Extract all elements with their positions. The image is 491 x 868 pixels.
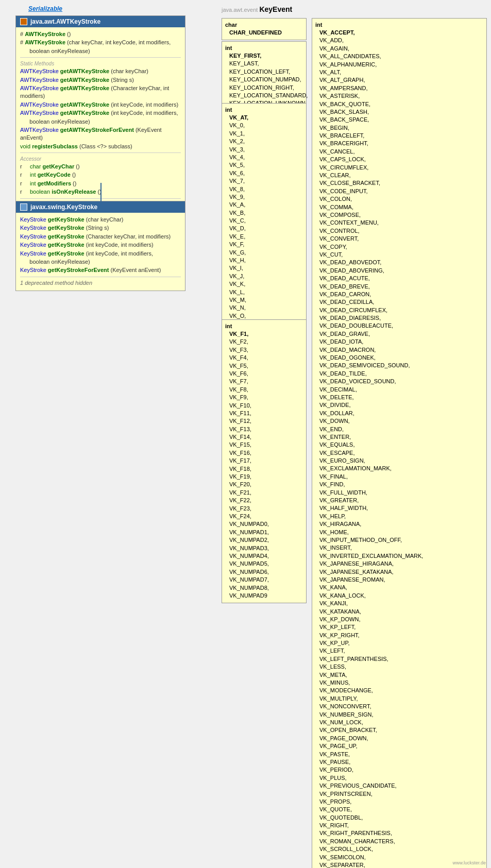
- vk-o: VK_O,: [225, 312, 303, 320]
- vk-right: VK_RIGHT,: [315, 822, 483, 829]
- vk-back-quote: VK_BACK_QUOTE,: [315, 100, 483, 108]
- vk-f1: VK_F1,: [225, 330, 303, 338]
- vk-caps-lock: VK_CAPS_LOCK,: [315, 156, 483, 163]
- vk-page-up: VK_PAGE_UP,: [315, 742, 483, 750]
- vk-compose: VK_COMPOSE,: [315, 211, 483, 219]
- vk-f17: VK_F17,: [225, 457, 303, 465]
- vk-f18: VK_F18,: [225, 465, 303, 473]
- vk-props: VK_PROPS,: [315, 798, 483, 806]
- vk-dead-breve: VK_DEAD_BREVE,: [315, 283, 483, 291]
- sm-1: AWTKeyStroke getAWTKeyStroke (char keyCh…: [20, 67, 181, 75]
- vk-asterisk: VK_ASTERISK,: [315, 92, 483, 100]
- vk-multiply: VK_MULTIPLY,: [315, 695, 483, 703]
- vk-meta: VK_META,: [315, 671, 483, 679]
- keystroke-class-icon: [20, 203, 27, 211]
- vk-down: VK_DOWN,: [315, 417, 483, 425]
- vk-e: VK_E,: [225, 233, 303, 241]
- vk-quotedbl: VK_QUOTEDBL,: [315, 814, 483, 822]
- divider-1: [20, 57, 181, 58]
- keystroke-box: javax.swing.KeyStroke KeyStroke getKeySt…: [15, 201, 185, 291]
- vk-again: VK_AGAIN,: [315, 45, 483, 53]
- ks-6: KeyStroke getKeyStrokeForEvent (KeyEvent…: [20, 266, 181, 274]
- vk-dead-doubleacute: VK_DEAD_DOUBLEACUTE,: [315, 322, 483, 330]
- vk-numpad3: VK_NUMPAD3,: [225, 544, 303, 552]
- vk-quote: VK_QUOTE,: [315, 806, 483, 813]
- vk-f21: VK_F21,: [225, 489, 303, 497]
- sm-7: void registerSubclass (Class <?> subclas…: [20, 143, 181, 150]
- vk-f6: VK_F6,: [225, 370, 303, 378]
- vk-j: VK_J,: [225, 273, 303, 280]
- vk-cut: VK_CUT,: [315, 251, 483, 259]
- vk-4: VK_4,: [225, 154, 303, 161]
- vk-inverted-exclamation: VK_INVERTED_EXCLAMATION_MARK,: [315, 552, 483, 560]
- ks-5b: boolean onKeyRelease): [20, 258, 181, 266]
- page-container: Serializable java.awt.AWTKeyStroke # AWT…: [0, 0, 491, 868]
- acc-1: r char getKeyChar (): [20, 163, 181, 171]
- vk-paste: VK_PASTE,: [315, 751, 483, 758]
- keyevent-title: KeyEvent: [259, 5, 292, 13]
- vk-f16: VK_F16,: [225, 449, 303, 457]
- vk-6: VK_6,: [225, 169, 303, 177]
- vk-dead-ogonek: VK_DEAD_OGONEK,: [315, 354, 483, 362]
- vk-insert: VK_INSERT,: [315, 544, 483, 552]
- keyevent-header: java.awt.event KeyEvent: [222, 5, 292, 13]
- vk-greater: VK_GREATER,: [315, 497, 483, 504]
- vk-comma: VK_COMMA,: [315, 203, 483, 211]
- vkaccept-box: int VK_ACCEPT, VK_ADD, VK_AGAIN, VK_ALL_…: [312, 18, 487, 868]
- vk-f2: VK_F2,: [225, 338, 303, 346]
- vk-delete: VK_DELETE,: [315, 394, 483, 401]
- vkf1-type-label: int: [225, 323, 303, 329]
- awt-box-header: java.awt.AWTKeyStroke: [16, 16, 185, 27]
- vk-dollar: VK_DOLLAR,: [315, 410, 483, 417]
- vk-8: VK_8,: [225, 185, 303, 193]
- key-location-left: KEY_LOCATION_LEFT,: [225, 68, 303, 76]
- watermark: www.luckster.de: [452, 860, 486, 865]
- ks-deprecated: 1 deprecated method hidden: [20, 279, 181, 287]
- keyevent-source: java.awt.event: [222, 7, 258, 13]
- vk-end: VK_END,: [315, 426, 483, 433]
- vk-braceright: VK_BRACERIGHT,: [315, 140, 483, 147]
- vk-all-candidates: VK_ALL_CANDIDATES,: [315, 53, 483, 60]
- vk-kanji: VK_KANJI,: [315, 600, 483, 607]
- vk-dead-abovedot: VK_DEAD_ABOVEDOT,: [315, 259, 483, 266]
- vk-decimal: VK_DECIMAL,: [315, 386, 483, 394]
- vk-control: VK_CONTROL,: [315, 227, 483, 235]
- vk-copy: VK_COPY,: [315, 243, 483, 251]
- vk-f7: VK_F7,: [225, 378, 303, 385]
- vk-begin: VK_BEGIN,: [315, 124, 483, 132]
- vk-final: VK_FINAL,: [315, 473, 483, 481]
- vk-numpad5: VK_NUMPAD5,: [225, 560, 303, 568]
- keystroke-box-content: KeyStroke getKeyStroke (char keyChar) Ke…: [16, 213, 185, 291]
- vk-braceleft: VK_BRACELEFT,: [315, 132, 483, 140]
- vk-3: VK_3,: [225, 146, 303, 154]
- key-first-type-label: int: [225, 45, 303, 51]
- vk-f5: VK_F5,: [225, 362, 303, 370]
- vk-enter: VK_ENTER,: [315, 433, 483, 441]
- vk-code-input: VK_CODE_INPUT,: [315, 188, 483, 195]
- vk-f3: VK_F3,: [225, 346, 303, 354]
- vk-dead-voiced: VK_DEAD_VOICED_SOUND,: [315, 378, 483, 385]
- vk-kp-up: VK_KP_UP,: [315, 639, 483, 647]
- key-first: KEY_FIRST,: [225, 52, 303, 60]
- vk-nonconvert: VK_NONCONVERT,: [315, 703, 483, 710]
- vk-1: VK_1,: [225, 130, 303, 138]
- vk-5: VK_5,: [225, 161, 303, 169]
- vk-7: VK_7,: [225, 177, 303, 185]
- vk-find: VK_FIND,: [315, 481, 483, 488]
- vk-f15: VK_F15,: [225, 441, 303, 449]
- vk-printscreen: VK_PRINTSCREEN,: [315, 790, 483, 798]
- char-undefined: CHAR_UNDEFINED: [225, 29, 303, 37]
- vk-clear: VK_CLEAR,: [315, 172, 483, 179]
- vk-c: VK_C,: [225, 217, 303, 225]
- vk-dead-semivoiced: VK_DEAD_SEMIVOICED_SOUND,: [315, 362, 483, 369]
- vk-numpad2: VK_NUMPAD2,: [225, 536, 303, 544]
- accessor-label: Accessor: [20, 155, 181, 163]
- vk-alt-graph: VK_ALT_GRAPH,: [315, 76, 483, 84]
- connector-line: [100, 183, 101, 202]
- vk-half-width: VK_HALF_WIDTH,: [315, 504, 483, 512]
- vk-japanese-roman: VK_JAPANESE_ROMAN,: [315, 576, 483, 584]
- vk-dead-acute: VK_DEAD_ACUTE,: [315, 275, 483, 282]
- vk-dead-grave: VK_DEAD_GRAVE,: [315, 330, 483, 338]
- vk-f13: VK_F13,: [225, 426, 303, 433]
- vk-l: VK_L,: [225, 288, 303, 296]
